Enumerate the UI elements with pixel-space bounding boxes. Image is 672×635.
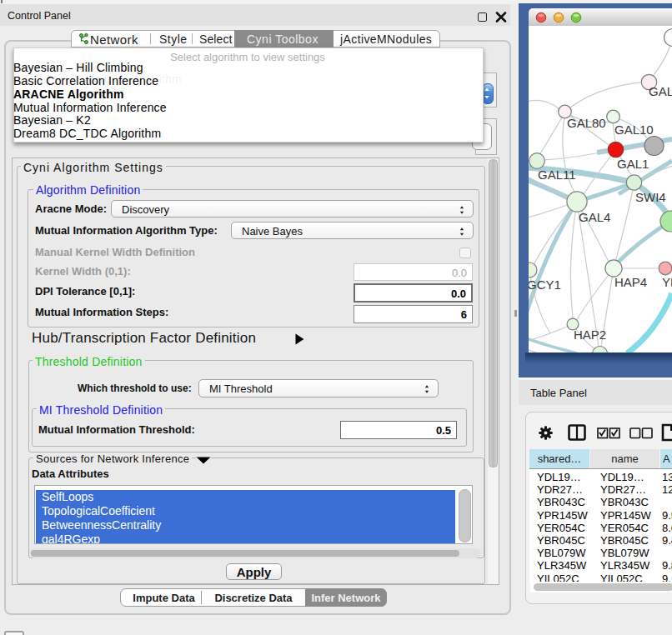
svg-text:GAL80: GAL80 xyxy=(567,116,606,130)
svg-text:GCY1: GCY1 xyxy=(529,278,561,292)
svg-text:GAL1: GAL1 xyxy=(617,157,649,171)
svg-text:GAL4: GAL4 xyxy=(579,210,610,224)
svg-text:YK: YK xyxy=(662,275,672,289)
svg-text:HAP4: HAP4 xyxy=(614,275,647,289)
svg-text:GAL11: GAL11 xyxy=(538,168,576,182)
svg-text:GAL7: GAL7 xyxy=(649,84,672,98)
svg-text:SWI4: SWI4 xyxy=(635,190,666,204)
svg-text:HAP2: HAP2 xyxy=(574,328,606,342)
svg-text:GAL10: GAL10 xyxy=(614,122,654,137)
